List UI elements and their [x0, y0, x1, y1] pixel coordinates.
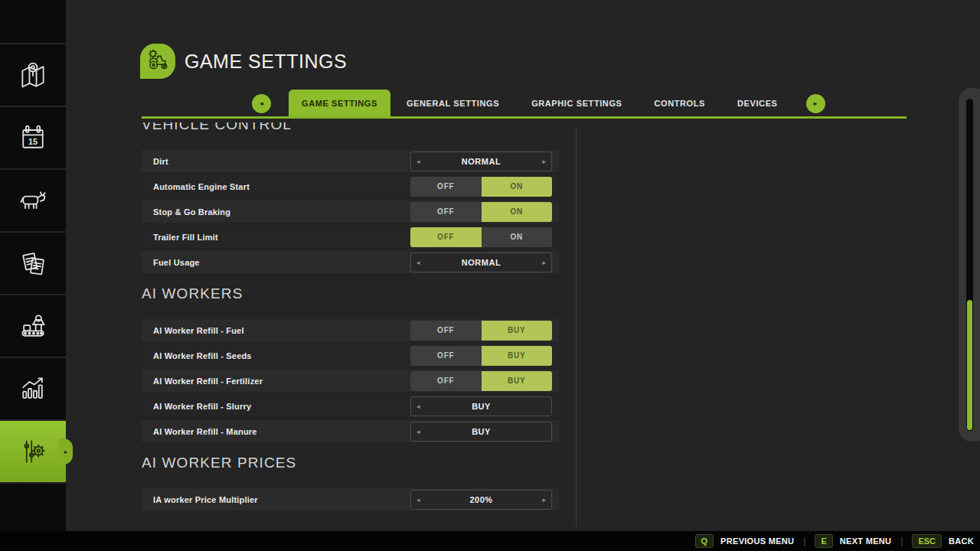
statistics-icon: [18, 373, 48, 404]
arrow-left-icon[interactable]: ◂: [416, 428, 420, 435]
section-title-1: AI WORKERS: [142, 284, 559, 304]
setting-row: Dirt◂NORMAL▸: [142, 150, 559, 172]
tab-devices[interactable]: DEVICES: [721, 90, 794, 117]
arrow-right-icon[interactable]: ▸: [542, 496, 546, 503]
active-item-pointer: ▸: [59, 439, 73, 465]
setting-row: Fuel Usage◂NORMAL▸: [142, 251, 559, 273]
setting-row: Automatic Engine StartOFFON: [142, 175, 559, 197]
tab-general-settings[interactable]: GENERAL SETTINGS: [390, 90, 515, 117]
sidebar-item-contracts[interactable]: [0, 233, 66, 294]
toggle-option-off[interactable]: OFF: [410, 346, 482, 366]
sidebar-item-animals[interactable]: [0, 170, 66, 231]
setting-row: AI Worker Refill - FuelOFFBUY: [142, 319, 559, 341]
key-badge-q[interactable]: Q: [695, 534, 714, 548]
selector-control[interactable]: ◂NORMAL▸: [410, 152, 552, 171]
scrollbar-track[interactable]: [966, 99, 973, 431]
selector-control[interactable]: ◂BUY: [410, 422, 552, 442]
sidebar-item-spacer-top: [0, 0, 66, 43]
setting-control: ◂NORMAL▸: [410, 253, 552, 272]
settings-sliders-gear-icon: [18, 436, 48, 467]
sidebar-item-settings[interactable]: ▸: [0, 421, 66, 482]
production-icon: [18, 311, 48, 341]
tab-graphic-settings[interactable]: GRAPHIC SETTINGS: [515, 90, 638, 117]
setting-row: AI Worker Refill - Slurry◂BUY: [142, 395, 559, 417]
tab-controls[interactable]: CONTROLS: [639, 90, 722, 117]
tabs-next-button[interactable]: ▸: [806, 94, 825, 113]
setting-control: OFFON: [410, 227, 552, 247]
arrow-right-icon[interactable]: ▸: [542, 158, 546, 165]
setting-control: ◂200%▸: [410, 490, 552, 510]
scrollbar-thumb[interactable]: [967, 300, 972, 430]
tab-bar: ◂ GAME SETTINGSGENERAL SETTINGSGRAPHIC S…: [252, 90, 825, 117]
arrow-left-icon[interactable]: ◂: [416, 496, 420, 503]
section-title-2: AI WORKER PRICES: [142, 453, 559, 473]
arrow-left-icon[interactable]: ◂: [416, 259, 420, 266]
sidebar-filler: [0, 484, 66, 531]
footer-hint-label: PREVIOUS MENU: [720, 536, 794, 546]
page-title: GAME SETTINGS: [185, 51, 347, 73]
key-badge-e[interactable]: E: [815, 534, 832, 548]
toggle-option-buy[interactable]: BUY: [482, 346, 553, 366]
scrollbar[interactable]: [959, 88, 980, 442]
setting-label: Fuel Usage: [153, 258, 200, 267]
tabs-previous-button[interactable]: ◂: [252, 94, 271, 113]
calendar-icon: 15: [18, 122, 48, 153]
selector-value: NORMAL: [462, 157, 501, 166]
setting-label: Automatic Engine Start: [153, 182, 250, 191]
map-pin-icon: [18, 60, 48, 90]
toggle-option-on[interactable]: ON: [482, 202, 553, 222]
toggle-control: OFFBUY: [410, 321, 552, 341]
arrow-right-icon[interactable]: ▸: [542, 259, 546, 266]
selector-control[interactable]: ◂BUY: [410, 396, 552, 416]
selector-value: 200%: [469, 495, 492, 504]
game-settings-app-icon: [140, 44, 175, 79]
footer-hint-bar: QPREVIOUS MENU|ENEXT MENU|ESCBACK: [0, 531, 980, 551]
setting-control: OFFON: [410, 177, 552, 197]
tab-bar-tabs: GAME SETTINGSGENERAL SETTINGSGRAPHIC SET…: [289, 90, 794, 117]
sidebar-item-calendar[interactable]: 15: [0, 107, 66, 168]
selector-value: BUY: [472, 427, 491, 436]
sidebar-item-map[interactable]: [0, 44, 66, 106]
setting-row: AI Worker Refill - FertilizerOFFBUY: [142, 370, 559, 392]
setting-label: Dirt: [153, 157, 168, 166]
toggle-option-off[interactable]: OFF: [410, 202, 482, 222]
selector-value: NORMAL: [462, 258, 501, 267]
setting-control: ◂BUY: [410, 422, 552, 442]
footer-separator: |: [900, 536, 903, 546]
settings-scroll-viewport[interactable]: VEHICLE CONTROLDirt◂NORMAL▸Automatic Eng…: [142, 122, 570, 527]
toggle-option-off[interactable]: OFF: [410, 227, 482, 247]
setting-row: AI Worker Refill - Manure◂BUY: [142, 420, 559, 442]
footer-hint-next-menu: ENEXT MENU: [815, 534, 891, 548]
svg-text:15: 15: [28, 137, 38, 146]
sidebar-item-statistics[interactable]: [0, 358, 66, 419]
setting-control: OFFON: [410, 202, 552, 222]
selector-control[interactable]: ◂200%▸: [410, 490, 552, 510]
toggle-control: OFFON: [410, 227, 552, 247]
tab-underline: [142, 116, 906, 119]
key-badge-esc[interactable]: ESC: [912, 534, 942, 548]
toggle-option-off[interactable]: OFF: [410, 321, 482, 341]
arrow-right-icon: ▸: [64, 448, 67, 455]
arrow-left-icon: ◂: [260, 99, 263, 107]
setting-label: AI Worker Refill - Slurry: [153, 402, 251, 411]
setting-label: IA worker Price Multiplier: [153, 495, 258, 504]
toggle-option-buy[interactable]: BUY: [482, 321, 553, 341]
toggle-option-off[interactable]: OFF: [410, 371, 482, 391]
selector-control[interactable]: ◂NORMAL▸: [410, 253, 552, 272]
arrow-left-icon[interactable]: ◂: [416, 403, 420, 409]
footer-separator: |: [803, 536, 805, 546]
selector-value: BUY: [472, 402, 491, 411]
setting-control: OFFBUY: [410, 371, 552, 391]
setting-control: ◂NORMAL▸: [410, 152, 552, 171]
sidebar-item-production[interactable]: [0, 295, 66, 357]
toggle-option-on[interactable]: ON: [482, 227, 553, 247]
toggle-option-on[interactable]: ON: [482, 177, 553, 197]
toggle-option-buy[interactable]: BUY: [482, 371, 553, 391]
tab-game-settings[interactable]: GAME SETTINGS: [289, 90, 390, 117]
footer-hint-label: BACK: [949, 536, 974, 546]
footer-hint-previous-menu: QPREVIOUS MENU: [695, 534, 795, 548]
setting-control: OFFBUY: [410, 321, 552, 341]
toggle-option-off[interactable]: OFF: [410, 177, 482, 197]
toggle-control: OFFON: [410, 177, 552, 197]
arrow-left-icon[interactable]: ◂: [416, 158, 420, 165]
